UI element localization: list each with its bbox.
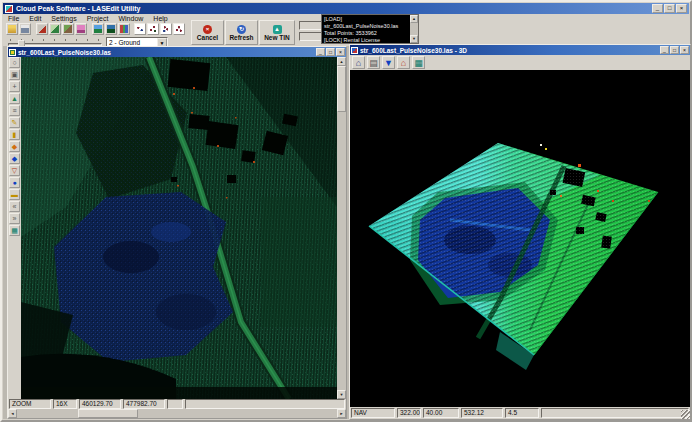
points-view-1-icon[interactable]	[134, 23, 146, 35]
3d-statusbar: NAV 322.00 40.00 532.12 4.5	[350, 407, 690, 418]
status-scale: 4.5	[505, 408, 539, 418]
mdi-client: str_600Last_PulseNoise30.las _ □ × ○ ▣ +…	[3, 46, 689, 419]
log-panel: [LOAD] str_600Last_PulseNoise30.las Tota…	[321, 14, 419, 44]
resize-grip[interactable]	[681, 410, 690, 419]
classify-diamond-icon[interactable]: ◆	[9, 141, 20, 152]
maximize-button[interactable]: □	[664, 4, 675, 13]
points-view-4-icon[interactable]	[173, 23, 185, 35]
scroll-left-icon[interactable]: ◄	[8, 409, 17, 418]
open-icon[interactable]	[6, 23, 18, 35]
paint-select-icon[interactable]	[36, 23, 48, 35]
save-icon[interactable]	[19, 23, 31, 35]
menu-help[interactable]: Help	[148, 15, 172, 22]
image-shade-icon[interactable]	[105, 23, 117, 35]
app-window: Cloud Peak Software - LASEdit Utility _ …	[0, 0, 692, 422]
3d-window-titlebar[interactable]: str_600Last_PulseNoise30.las - 3D _ □ ×	[350, 45, 690, 55]
attributes-icon[interactable]: ≡	[9, 105, 20, 116]
3d-window-title: str_600Last_PulseNoise30.las - 3D	[360, 47, 659, 54]
zoom-icon[interactable]: ○	[9, 57, 20, 68]
log-line: [LOAD] str_600Last_PulseNoise30.las	[324, 16, 409, 30]
refresh-button[interactable]: ↻ Refresh	[225, 20, 258, 45]
3d-point-cloud-canvas[interactable]	[350, 70, 690, 407]
3d-view-window: str_600Last_PulseNoise30.las - 3D _ □ × …	[349, 44, 691, 420]
cancel-button[interactable]: × Cancel	[191, 20, 224, 45]
paint-terrain-icon[interactable]	[62, 23, 74, 35]
scroll-up-icon[interactable]: ▲	[410, 15, 418, 23]
hscroll-thumb[interactable]	[78, 409, 138, 418]
log-scrollbar[interactable]: ▲ ▼	[410, 15, 418, 43]
navigate-diamond-icon[interactable]: ◆	[9, 153, 20, 164]
2d-close-button[interactable]: ×	[336, 48, 345, 56]
status-filler	[185, 399, 345, 409]
refresh-icon: ↻	[237, 25, 246, 34]
scroll-right-icon[interactable]: ►	[337, 409, 346, 418]
2d-window-title: str_600Last_PulseNoise30.las	[18, 49, 315, 56]
download-view-icon[interactable]: ▼	[382, 56, 395, 69]
scroll-up-icon[interactable]: ▲	[337, 57, 346, 66]
2d-minimize-button[interactable]: _	[316, 48, 325, 56]
status-zoom-level: 16X	[53, 399, 77, 409]
menu-edit[interactable]: Edit	[24, 15, 46, 22]
new-tin-button[interactable]: ▲ New TIN	[259, 20, 295, 45]
filter-icon[interactable]: ▽	[9, 165, 20, 176]
app-title: Cloud Peak Software - LASEdit Utility	[16, 5, 140, 12]
2d-vertical-scrollbar[interactable]: ▲ ▼	[337, 57, 346, 399]
log-line: Total Points: 3533962	[324, 30, 409, 37]
3d-minimize-button[interactable]: _	[660, 46, 669, 54]
scroll-down-icon[interactable]: ▼	[410, 35, 418, 43]
paint-ground-icon[interactable]	[49, 23, 61, 35]
points-view-3-icon[interactable]	[160, 23, 172, 35]
grid-icon[interactable]: ▦	[9, 225, 20, 236]
2d-tool-palette: ○ ▣ + ▲ ≡ ✎ ▮ ◆ ◆ ▽ ● ▬ « » ▦	[8, 57, 21, 399]
paint-class-icon[interactable]	[75, 23, 87, 35]
reset-home-icon[interactable]: ⌂	[397, 56, 410, 69]
measure-icon[interactable]: ▬	[9, 189, 20, 200]
home-view-icon[interactable]: ⌂	[352, 56, 365, 69]
image-view-icon[interactable]	[92, 23, 104, 35]
status-mode: NAV	[351, 408, 395, 418]
menu-project[interactable]: Project	[82, 15, 114, 22]
2d-view-window: str_600Last_PulseNoise30.las _ □ × ○ ▣ +…	[7, 46, 347, 419]
status-tilt: 40.00	[423, 408, 459, 418]
2d-statusbar: ZOOM 16X 460129.70 477982.70	[8, 398, 346, 409]
3d-maximize-button[interactable]: □	[670, 46, 679, 54]
2d-window-titlebar[interactable]: str_600Last_PulseNoise30.las _ □ ×	[8, 47, 346, 57]
2d-horizontal-scrollbar[interactable]: ◄ ►	[8, 409, 346, 418]
prev-icon[interactable]: «	[9, 201, 20, 212]
status-mode: ZOOM	[9, 399, 51, 409]
2d-maximize-button[interactable]: □	[326, 48, 335, 56]
menu-window[interactable]: Window	[113, 15, 148, 22]
info-icon[interactable]: ●	[9, 177, 20, 188]
points-view-2-icon[interactable]	[147, 23, 159, 35]
3d-close-button[interactable]: ×	[680, 46, 689, 54]
status-spare	[167, 399, 183, 409]
status-rotation: 322.00	[397, 408, 421, 418]
display-grid-icon[interactable]: ▦	[412, 56, 425, 69]
zoom-window-icon[interactable]: ▣	[9, 69, 20, 80]
new-tin-icon: ▲	[273, 25, 282, 34]
close-button[interactable]: ×	[676, 4, 687, 13]
2d-point-cloud-canvas[interactable]	[21, 57, 337, 399]
menu-settings[interactable]: Settings	[46, 15, 81, 22]
vscroll-thumb[interactable]	[337, 66, 346, 112]
profile-icon[interactable]: ▲	[9, 93, 20, 104]
lock-icon[interactable]: ▮	[9, 129, 20, 140]
classification-value: 2 - Ground	[107, 39, 157, 46]
minimize-button[interactable]: _	[652, 4, 663, 13]
3d-doc-icon	[351, 47, 358, 54]
2d-doc-icon	[9, 49, 16, 56]
palette-grid-icon[interactable]	[118, 23, 130, 35]
edit-icon[interactable]: ✎	[9, 117, 20, 128]
status-coord-x: 460129.70	[79, 399, 121, 409]
log-line: [LOCK] Rental License	[324, 37, 409, 44]
next-icon[interactable]: »	[9, 213, 20, 224]
3d-toolbar: ⌂ ▤ ▼ ⌂ ▦	[350, 55, 690, 70]
status-coord-y: 477982.70	[123, 399, 165, 409]
status-filler	[541, 408, 689, 418]
app-titlebar[interactable]: Cloud Peak Software - LASEdit Utility _ …	[3, 3, 689, 14]
app-icon	[5, 5, 13, 13]
pan-icon[interactable]: +	[9, 81, 20, 92]
menu-file[interactable]: File	[3, 15, 24, 22]
snapshot-icon[interactable]: ▤	[367, 56, 380, 69]
cancel-icon: ×	[203, 25, 212, 34]
